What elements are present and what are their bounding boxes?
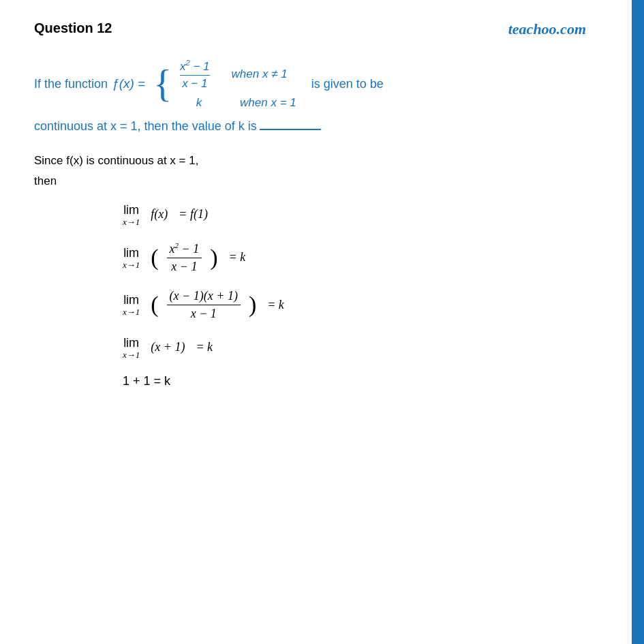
step5-expr: 1 + 1 = k	[123, 374, 170, 388]
step5-line: 1 + 1 = k	[123, 374, 603, 388]
step4-expr: (x + 1)	[151, 340, 185, 354]
step1-lim: lim	[123, 203, 139, 217]
question-title: Question 12	[34, 20, 112, 36]
step3-lim-sub: x→1	[123, 307, 140, 316]
then-text: then	[34, 174, 603, 188]
function-name: ƒ(x) =	[112, 76, 145, 91]
case1-numerator: x2 − 1	[180, 59, 209, 76]
step3-frac-num: (x − 1)(x + 1)	[167, 289, 241, 305]
accent-bar	[632, 0, 644, 644]
step3-lim: lim	[123, 293, 139, 307]
step4-lim-sub: x→1	[123, 350, 140, 359]
solution-section: Since f(x) is continuous at x = 1, then …	[34, 154, 603, 388]
step2-frac-num: x2 − 1	[167, 241, 202, 258]
is-given-to-be-text: is given to be	[311, 77, 384, 91]
case2-condition: when x = 1	[240, 96, 296, 110]
step1-func: f(x)	[151, 207, 168, 221]
step2-fraction: x2 − 1 x − 1	[167, 241, 202, 274]
step3-frac-den: x − 1	[188, 305, 219, 321]
case2: k when x = 1	[179, 96, 296, 110]
answer-blank	[260, 129, 321, 130]
step1-lim-sub: x→1	[123, 217, 140, 226]
case1: x2 − 1 x − 1 when x ≠ 1	[179, 59, 296, 91]
step3-open-paren: (	[151, 293, 158, 316]
case1-denominator: x − 1	[182, 76, 207, 91]
case2-value: k	[179, 96, 219, 110]
step3-close-paren: )	[249, 293, 256, 316]
step3-equals-k: = k	[267, 298, 284, 312]
step2-close-paren: )	[210, 246, 217, 269]
question-text-line: If the function ƒ(x) = { x2 − 1 x − 1 wh…	[34, 59, 384, 110]
step3-fraction: (x − 1)(x + 1) x − 1	[167, 289, 241, 321]
step2-line: lim x→1 ( x2 − 1 x − 1 ) = k	[123, 241, 603, 274]
step2-frac-den: x − 1	[168, 258, 200, 274]
step2-lim-sub: x→1	[123, 260, 140, 269]
case1-fraction: x2 − 1 x − 1	[180, 59, 209, 91]
step2-equals-k: = k	[229, 250, 246, 264]
piecewise-cases: x2 − 1 x − 1 when x ≠ 1 k when x = 1	[179, 59, 296, 110]
step4-lim: lim	[123, 336, 139, 350]
brand-logo: teachoo.com	[508, 20, 586, 38]
piecewise-brace: {	[153, 65, 172, 103]
step1-equals-f1: = f(1)	[179, 207, 208, 221]
step2-limit: lim x→1	[123, 246, 140, 269]
step3-limit: lim x→1	[123, 293, 140, 316]
step2-lim: lim	[123, 246, 139, 260]
case1-condition: when x ≠ 1	[232, 67, 288, 81]
piecewise-function: { x2 − 1 x − 1 when x ≠ 1 k when x = 1	[153, 59, 296, 110]
question-block: If the function ƒ(x) = { x2 − 1 x − 1 wh…	[34, 59, 603, 110]
step1-limit: lim x→1	[123, 203, 140, 226]
continuous-text: continuous at x = 1, then the value of k…	[34, 119, 257, 133]
step4-limit: lim x→1	[123, 336, 140, 359]
since-text: Since f(x) is continuous at x = 1,	[34, 154, 603, 168]
continuous-line: continuous at x = 1, then the value of k…	[34, 119, 603, 134]
step4-equals-k: = k	[196, 340, 213, 354]
step4-line: lim x→1 (x + 1) = k	[123, 336, 603, 359]
step1-line: lim x→1 f(x) = f(1)	[123, 203, 603, 226]
step3-line: lim x→1 ( (x − 1)(x + 1) x − 1 ) = k	[123, 289, 603, 321]
page-container: Question 12 teachoo.com If the function …	[0, 0, 644, 644]
step2-open-paren: (	[151, 246, 158, 269]
if-the-function-text: If the function	[34, 77, 108, 91]
header: Question 12 teachoo.com	[34, 20, 603, 38]
